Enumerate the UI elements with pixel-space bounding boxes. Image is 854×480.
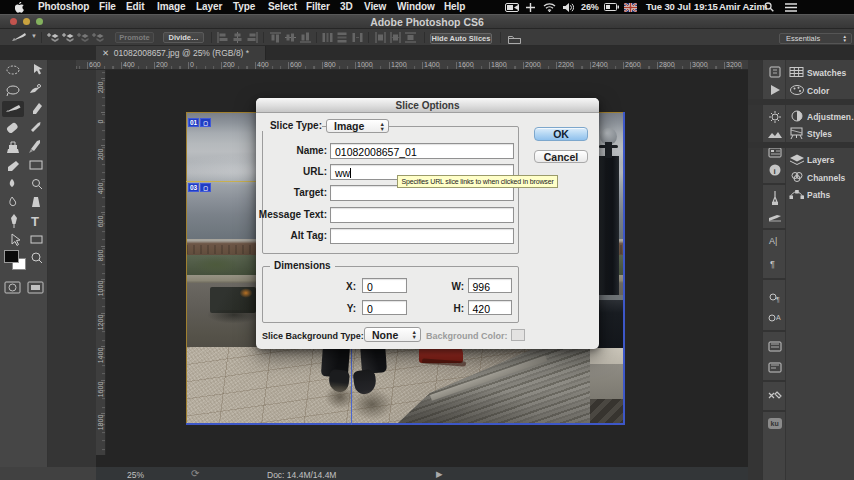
svg-text:¶: ¶ — [770, 259, 775, 269]
svg-text:i: i — [774, 167, 776, 176]
svg-text:ku: ku — [771, 420, 779, 427]
svg-text:¶: ¶ — [776, 296, 780, 303]
svg-text:T: T — [31, 214, 39, 229]
svg-text:A: A — [776, 314, 781, 321]
svg-text:A|: A| — [769, 236, 777, 246]
